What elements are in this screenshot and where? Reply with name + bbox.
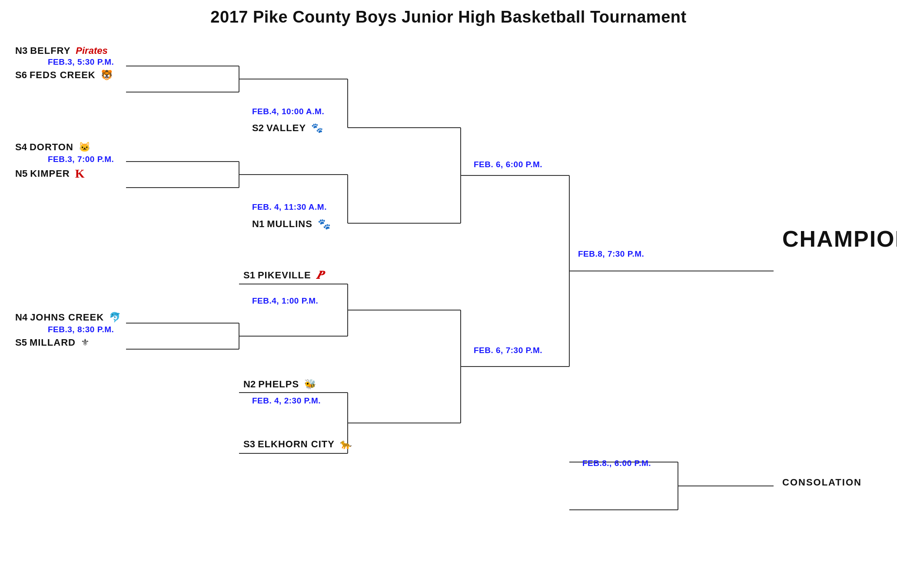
fedscreek-mascot-icon: 🐯 (101, 69, 113, 81)
consolation-time: FEB.8., 6:00 P.M. (582, 459, 651, 468)
team-s5: S5 MILLARD ⚜ (15, 337, 90, 348)
r1g3-time: FEB.3, 8:30 P.M. (48, 325, 114, 334)
valley-mascot-icon: 🐾 (311, 122, 323, 134)
bracket-svg (0, 28, 897, 588)
belfry-mascot-icon: Pirates (76, 45, 107, 56)
team-n2: N2 PHELPS 🐝 (243, 379, 316, 390)
team-n5: N5 KIMPER K (15, 167, 84, 181)
page-title: 2017 Pike County Boys Junior High Basket… (0, 0, 897, 31)
r2g3-time: FEB.4, 1:00 P.M. (252, 296, 318, 306)
mullins-mascot-icon: 🐾 (318, 218, 331, 230)
team-s2: S2 VALLEY 🐾 (252, 122, 323, 134)
r3g1-time: FEB. 6, 6:00 P.M. (474, 160, 542, 169)
dorton-mascot-icon: 🐱 (79, 142, 90, 153)
consolation-label: CONSOLATION (782, 477, 862, 488)
team-s4: S4 DORTON 🐱 (15, 142, 90, 153)
team-n3: N3 BELFRY Pirates (15, 45, 108, 56)
kimper-mascot-icon: K (75, 167, 85, 181)
r1g2-time: FEB.3, 7:00 P.M. (48, 155, 114, 164)
team-n4: N4 JOHNS CREEK 🐬 (15, 312, 121, 323)
team-s6: S6 FEDS CREEK 🐯 (15, 69, 113, 81)
r2g2-time: FEB. 4, 11:30 A.M. (252, 202, 327, 212)
r1g1-time: FEB.3, 5:30 P.M. (48, 57, 114, 67)
elkhorn-mascot-icon: 🐆 (340, 439, 352, 450)
r2g4-time: FEB. 4, 2:30 P.M. (252, 396, 321, 406)
r3g2-time: FEB. 6, 7:30 P.M. (474, 346, 542, 355)
johnscreek-mascot-icon: 🐬 (109, 312, 121, 323)
page: 2017 Pike County Boys Junior High Basket… (0, 0, 897, 588)
r4g1-time: FEB.8, 7:30 P.M. (578, 249, 644, 259)
champion-label: CHAMPION (782, 226, 897, 252)
phelps-mascot-icon: 🐝 (304, 379, 316, 390)
millard-mascot-icon: ⚜ (81, 337, 90, 348)
team-s3: S3 ELKHORN CITY 🐆 (243, 439, 352, 450)
team-s1: S1 PIKEVILLE 𝑷 (243, 268, 323, 282)
team-n1: N1 MULLINS 🐾 (252, 218, 331, 230)
pikeville-mascot-icon: 𝑷 (316, 268, 323, 282)
r2g1-time: FEB.4, 10:00 A.M. (252, 107, 324, 116)
